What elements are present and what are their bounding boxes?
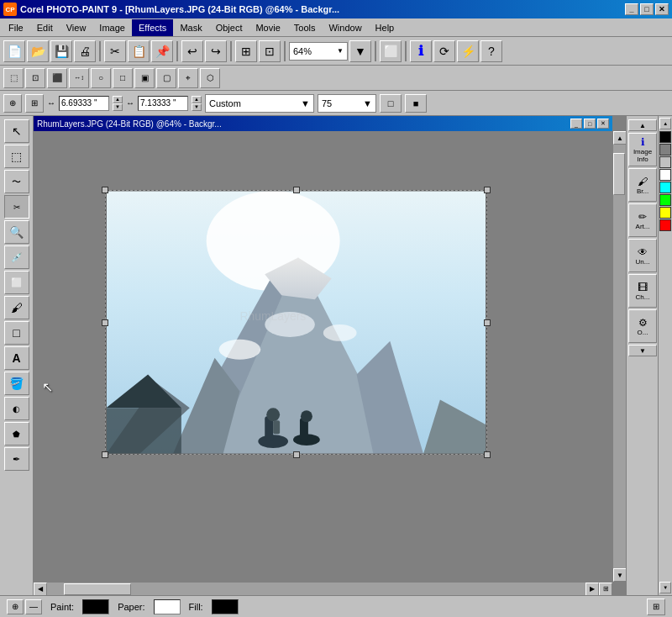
lasso-btn[interactable]: ⌖: [178, 68, 198, 88]
zoom-dropdown[interactable]: 64% ▼: [289, 42, 348, 61]
copy-button[interactable]: 📋: [128, 40, 150, 62]
frame-btn[interactable]: ▢: [156, 68, 176, 88]
zoom-to-fit[interactable]: ⊞: [235, 40, 257, 62]
w-down-arrow[interactable]: ▼: [192, 103, 202, 111]
swatch-white[interactable]: [659, 169, 671, 181]
menu-tools[interactable]: Tools: [287, 19, 323, 36]
view-normal[interactable]: □: [380, 94, 402, 113]
menu-window[interactable]: Window: [322, 19, 368, 36]
doc-close[interactable]: ✕: [597, 119, 609, 129]
panel-brushes[interactable]: 🖌 Br...: [628, 168, 657, 202]
x-input[interactable]: 6.69333 ": [59, 96, 109, 111]
svg-rect-20: [273, 420, 280, 434]
panel-image-info[interactable]: ℹ Image Info: [628, 133, 657, 166]
swatch-cyan[interactable]: [659, 182, 671, 193]
full-screen[interactable]: ⬜: [380, 40, 402, 62]
panel-art[interactable]: ✏ Art...: [628, 203, 657, 237]
tool-eraser[interactable]: ⬜: [4, 271, 29, 294]
tool-text[interactable]: A: [4, 346, 29, 370]
help-button[interactable]: ?: [480, 40, 502, 62]
invert-btn[interactable]: ⬛: [47, 68, 67, 88]
info-button[interactable]: ℹ: [410, 40, 432, 62]
swatch-red[interactable]: [659, 219, 671, 231]
swatch-black[interactable]: [659, 131, 671, 143]
svg-point-19: [301, 410, 312, 422]
separator3: [230, 41, 232, 61]
panel-scroll-down[interactable]: ▼: [628, 345, 657, 356]
preset-dropdown[interactable]: Custom ▼: [205, 94, 314, 113]
scroll-down-btn[interactable]: ▼: [613, 568, 626, 582]
tool-zoom[interactable]: 🔍: [4, 220, 29, 244]
select-all-btn[interactable]: ⬚: [3, 68, 24, 88]
minimize-button[interactable]: _: [625, 3, 638, 15]
redo-button[interactable]: ↪: [205, 40, 227, 62]
paste-button[interactable]: 📌: [151, 40, 173, 62]
w-input[interactable]: 7.13333 ": [138, 96, 188, 111]
swatch-yellow[interactable]: [659, 207, 671, 219]
menu-file[interactable]: File: [2, 19, 30, 36]
zoom-options[interactable]: ▼: [349, 40, 371, 62]
transform-btn[interactable]: ↔↕: [69, 68, 89, 88]
info-icon: ℹ: [641, 136, 645, 148]
tool-paint[interactable]: 🖌: [4, 296, 29, 319]
tool-shape[interactable]: ⬟: [4, 422, 29, 446]
tool-rectangle[interactable]: □: [4, 321, 29, 345]
brush-label: Br...: [637, 187, 648, 195]
menu-effects[interactable]: Effects: [132, 19, 173, 36]
swatch-silver[interactable]: [659, 156, 671, 168]
tool-fill[interactable]: 🪣: [4, 372, 29, 395]
menu-help[interactable]: Help: [369, 19, 402, 36]
doc-maximize[interactable]: □: [584, 119, 596, 129]
open-button[interactable]: 📂: [27, 40, 49, 62]
script-button[interactable]: ⚡: [457, 40, 479, 62]
maximize-button[interactable]: □: [640, 3, 654, 15]
swatch-gray[interactable]: [659, 144, 671, 156]
rect-btn[interactable]: □: [113, 68, 133, 88]
tool-blend[interactable]: ◐: [4, 397, 29, 420]
scroll-up-btn[interactable]: ▲: [613, 131, 626, 145]
panel-channels[interactable]: 🎞 Ch...: [628, 274, 657, 308]
close-button[interactable]: ✕: [655, 3, 669, 15]
menu-view[interactable]: View: [60, 19, 93, 36]
panel-options[interactable]: ⚙ O...: [628, 309, 657, 343]
rounded-btn[interactable]: ▣: [134, 68, 155, 88]
new-button[interactable]: 📄: [3, 40, 25, 62]
scroll-right-btn[interactable]: ▶: [585, 583, 599, 596]
color-scroll-up[interactable]: ▲: [659, 118, 671, 129]
tool-rect-select[interactable]: ⬚: [4, 145, 29, 168]
w-up-arrow[interactable]: ▲: [192, 96, 202, 103]
resample-button[interactable]: ⟳: [433, 40, 455, 62]
tool-pen[interactable]: ✒: [4, 447, 29, 471]
v-scroll-track[interactable]: [613, 145, 626, 568]
doc-minimize[interactable]: _: [570, 119, 582, 129]
transform-btn2[interactable]: ⊞: [25, 94, 44, 113]
w-arrows: ▲ ▼: [192, 96, 202, 111]
cut-button[interactable]: ✂: [104, 40, 126, 62]
menu-edit[interactable]: Edit: [30, 19, 60, 36]
tool-freehand[interactable]: 〜: [4, 170, 29, 193]
undo-button[interactable]: ↩: [181, 40, 203, 62]
h-scroll-track[interactable]: [47, 583, 585, 595]
swatch-green[interactable]: [659, 194, 671, 206]
menu-mask[interactable]: Mask: [173, 19, 208, 36]
zoom-actual[interactable]: ⊡: [259, 40, 281, 62]
menu-image[interactable]: Image: [92, 19, 132, 36]
menu-movie[interactable]: Movie: [249, 19, 286, 36]
value-dropdown[interactable]: 75 ▼: [318, 94, 376, 113]
print-button[interactable]: 🖨: [74, 40, 96, 62]
deselect-btn[interactable]: ⊡: [25, 68, 45, 88]
polygon-btn[interactable]: ⬡: [200, 68, 220, 88]
save-button[interactable]: 💾: [50, 40, 72, 62]
panel-scroll-up[interactable]: ▲: [628, 119, 657, 131]
color-scroll-down[interactable]: ▼: [659, 582, 671, 593]
tool-eyedropper[interactable]: 💉: [4, 245, 29, 269]
x-down-arrow[interactable]: ▼: [113, 103, 123, 111]
panel-undo[interactable]: 👁 Un...: [628, 239, 657, 272]
circle-btn[interactable]: ○: [91, 68, 111, 88]
x-up-arrow[interactable]: ▲: [113, 96, 123, 103]
menu-object[interactable]: Object: [209, 19, 249, 36]
scroll-left-btn[interactable]: ◀: [34, 583, 47, 596]
tool-crop[interactable]: ✂: [4, 195, 29, 219]
tool-arrow[interactable]: ↖: [4, 119, 29, 143]
view-full[interactable]: ■: [405, 94, 427, 113]
